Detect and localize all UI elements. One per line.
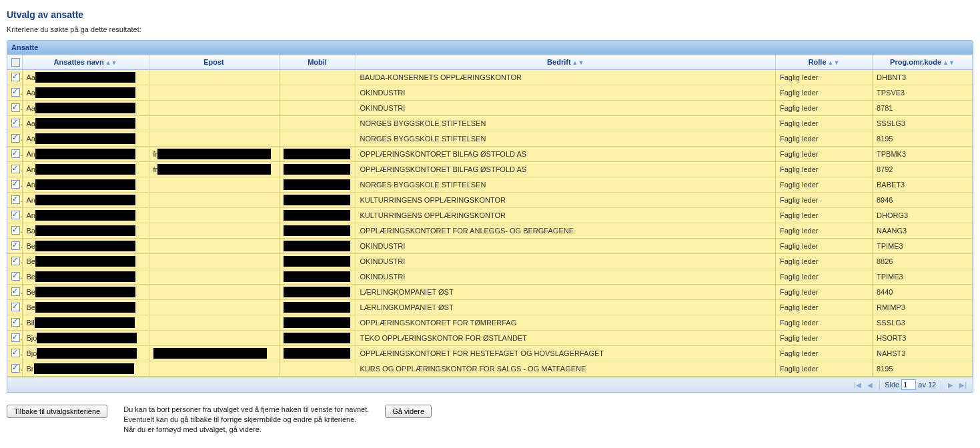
- cell-code: DHBNT3: [873, 69, 973, 85]
- table-row[interactable]: AnfrOPPLÆRINGSKONTORET BILFAG ØSTFOLD AS…: [7, 146, 973, 161]
- table-row[interactable]: BrKURS OG OPPLÆRINGSKONTOR FOR SALGS - O…: [7, 361, 973, 376]
- redacted-block: [35, 271, 135, 282]
- table-row[interactable]: BjoTEKO OPPLÆRINGSKONTOR FOR ØSTLANDETFa…: [7, 330, 973, 345]
- cell-name: Be: [22, 253, 149, 269]
- redacted-block: [157, 164, 271, 175]
- cell-company: KURS OG OPPLÆRINGSKONTOR FOR SALGS - OG …: [356, 361, 776, 376]
- header-mobile[interactable]: Mobil: [279, 55, 356, 69]
- redacted-block: [157, 149, 271, 159]
- cell-email: [149, 100, 279, 115]
- cell-role: Faglig leder: [776, 100, 873, 115]
- pager-first-icon[interactable]: |◀: [852, 381, 863, 389]
- name-prefix: Be: [27, 273, 35, 281]
- email-prefix: fr: [153, 150, 158, 158]
- checkbox-icon[interactable]: [11, 58, 20, 67]
- row-checkbox[interactable]: [11, 287, 20, 296]
- table-row[interactable]: BeLÆRLINGKOMPANIET ØSTFaglig leder8440: [7, 284, 973, 299]
- cell-name: An: [22, 161, 149, 177]
- pager: |◀ ◀ Side av 12 ▶ ▶|: [7, 377, 973, 392]
- cell-code: 8781: [873, 100, 973, 115]
- header-role[interactable]: Rolle▲▼: [776, 55, 873, 69]
- cell-company: OPPLÆRINGSKONTORET BILFAG ØSTFOLD AS: [356, 146, 776, 161]
- header-email[interactable]: Epost: [149, 55, 279, 69]
- row-checkbox[interactable]: [11, 364, 20, 373]
- table-row[interactable]: AaNORGES BYGGSKOLE STIFTELSENFaglig lede…: [7, 115, 973, 131]
- row-checkbox[interactable]: [11, 272, 20, 281]
- cell-mobile: [279, 284, 356, 299]
- table-row[interactable]: BeOKINDUSTRIFaglig lederTPIME3: [7, 238, 973, 253]
- cell-role: Faglig leder: [776, 85, 873, 100]
- table-row[interactable]: BeLÆRLINGKOMPANIET ØSTFaglig lederRMIMP3: [7, 299, 973, 315]
- table-row[interactable]: AnfrOPPLÆRINGSKONTORET BILFAG ØSTFOLD AS…: [7, 161, 973, 177]
- row-checkbox[interactable]: [11, 165, 20, 173]
- table-row[interactable]: AnKULTURRINGENS OPPLÆRINGSKONTORFaglig l…: [7, 207, 973, 223]
- sort-icon: ▲▼: [105, 59, 117, 66]
- cell-role: Faglig leder: [776, 330, 873, 345]
- cell-email: [149, 253, 279, 269]
- cell-mobile: [279, 253, 356, 269]
- header-name[interactable]: Ansattes navn▲▼: [22, 55, 149, 69]
- pager-prev-icon[interactable]: ◀: [865, 381, 875, 389]
- redacted-block: [37, 333, 137, 343]
- row-checkbox[interactable]: [11, 180, 20, 189]
- table-row[interactable]: AaBAUDA-KONSERNETS OPPLÆRINGSKONTORFagli…: [7, 69, 973, 85]
- table-row[interactable]: BeOKINDUSTRIFaglig leder8826: [7, 253, 973, 269]
- table-row[interactable]: AaOKINDUSTRIFaglig leder8781: [7, 100, 973, 115]
- name-prefix: Ba: [27, 227, 35, 235]
- cell-mobile: [279, 361, 356, 376]
- row-checkbox[interactable]: [11, 333, 20, 342]
- name-prefix: An: [27, 165, 35, 173]
- header-select-all[interactable]: [7, 55, 22, 69]
- redacted-block: [35, 133, 135, 144]
- cell-code: SSSLG3: [873, 115, 973, 131]
- row-checkbox[interactable]: [11, 257, 20, 265]
- table-row[interactable]: AnKULTURRINGENS OPPLÆRINGSKONTORFaglig l…: [7, 192, 973, 207]
- row-checkbox[interactable]: [11, 134, 20, 143]
- row-checkbox[interactable]: [11, 149, 20, 158]
- name-prefix: Aa: [27, 135, 35, 143]
- name-prefix: Bil: [27, 319, 35, 327]
- row-checkbox[interactable]: [11, 303, 20, 311]
- pager-page-input[interactable]: [901, 379, 916, 390]
- cell-role: Faglig leder: [776, 177, 873, 192]
- name-prefix: Aa: [27, 89, 35, 97]
- back-button[interactable]: Tilbake til utvalgskriteriene: [7, 405, 107, 418]
- cell-role: Faglig leder: [776, 299, 873, 315]
- pager-last-icon[interactable]: ▶|: [957, 381, 969, 389]
- row-checkbox[interactable]: [11, 73, 20, 81]
- email-prefix: fr: [153, 165, 158, 173]
- cell-role: Faglig leder: [776, 253, 873, 269]
- row-checkbox[interactable]: [11, 88, 20, 97]
- header-company[interactable]: Bedrift▲▼: [356, 55, 776, 69]
- table-row[interactable]: BjoOPPLÆRINGSKONTORET FOR HESTEFAGET OG …: [7, 345, 973, 361]
- table-row[interactable]: BilOPPLÆRINGSKONTORET FOR TØMRERFAGFagli…: [7, 315, 973, 330]
- header-code-label: Prog.omr.kode: [890, 58, 941, 66]
- pager-next-icon[interactable]: ▶: [946, 381, 955, 389]
- table-row[interactable]: BaOPPLÆRINGSKONTORET FOR ANLEGGS- OG BER…: [7, 223, 973, 238]
- table-row[interactable]: BeOKINDUSTRIFaglig lederTPIME3: [7, 269, 973, 284]
- redacted-block: [35, 87, 135, 98]
- header-code[interactable]: Prog.omr.kode▲▼: [873, 55, 973, 69]
- table-row[interactable]: AaNORGES BYGGSKOLE STIFTELSENFaglig lede…: [7, 131, 973, 146]
- table-row[interactable]: AnNORGES BYGGSKOLE STIFTELSENFaglig lede…: [7, 177, 973, 192]
- table-row[interactable]: AaOKINDUSTRIFaglig lederTPSVE3: [7, 85, 973, 100]
- cell-email: [149, 330, 279, 345]
- next-button[interactable]: Gå videre: [385, 405, 432, 418]
- cell-name: Bjo: [22, 330, 149, 345]
- name-prefix: Be: [27, 303, 35, 311]
- row-checkbox[interactable]: [11, 119, 20, 127]
- row-checkbox[interactable]: [11, 195, 20, 204]
- name-prefix: Bjo: [27, 349, 37, 357]
- cell-name: Aa: [22, 69, 149, 85]
- row-checkbox[interactable]: [11, 241, 20, 250]
- cell-company: OKINDUSTRI: [356, 100, 776, 115]
- row-checkbox[interactable]: [11, 103, 20, 112]
- row-checkbox[interactable]: [11, 226, 20, 235]
- cell-company: OKINDUSTRI: [356, 253, 776, 269]
- row-checkbox[interactable]: [11, 349, 20, 357]
- redacted-block: [35, 287, 135, 297]
- cell-mobile: [279, 131, 356, 146]
- row-checkbox[interactable]: [11, 211, 20, 219]
- cell-code: 8826: [873, 253, 973, 269]
- row-checkbox[interactable]: [11, 318, 20, 327]
